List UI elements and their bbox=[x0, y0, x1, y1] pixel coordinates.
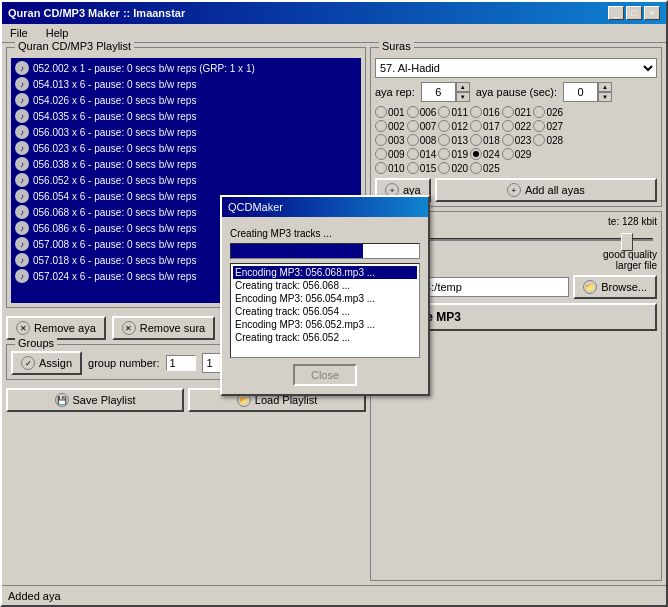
aya-rep-spinner: ▲ ▼ bbox=[421, 82, 470, 102]
aya-radio-018 bbox=[470, 134, 482, 146]
playlist-item-1[interactable]: ♪ 054.013 x 6 - pause: 0 secs b/w reps bbox=[13, 76, 359, 92]
aya-008[interactable]: 008 bbox=[407, 134, 437, 146]
playlist-icon-10: ♪ bbox=[15, 221, 29, 235]
playlist-icon-2: ♪ bbox=[15, 93, 29, 107]
menu-help[interactable]: Help bbox=[42, 26, 73, 40]
aya-022[interactable]: 022 bbox=[502, 120, 532, 132]
save-path-input[interactable] bbox=[419, 277, 569, 297]
aya-002[interactable]: 002 bbox=[375, 120, 405, 132]
playlist-item-3[interactable]: ♪ 054.035 x 6 - pause: 0 secs b/w reps bbox=[13, 108, 359, 124]
aya-row-5: 010 015 020 025 bbox=[375, 162, 657, 174]
aya-006[interactable]: 006 bbox=[407, 106, 437, 118]
playlist-label: Quran CD/MP3 Playlist bbox=[15, 40, 134, 52]
aya-014[interactable]: 014 bbox=[407, 148, 437, 160]
save-icon: 💾 bbox=[55, 393, 69, 407]
sura-dropdown[interactable]: 57. Al-Hadid bbox=[375, 58, 657, 78]
modal-button-row: Close bbox=[230, 364, 420, 386]
menu-file[interactable]: File bbox=[6, 26, 32, 40]
aya-010[interactable]: 010 bbox=[375, 162, 405, 174]
aya-rep-up[interactable]: ▲ bbox=[456, 82, 470, 92]
log-item-4: Encoding MP3: 056.052.mp3 ... bbox=[233, 318, 417, 331]
aya-radio-029 bbox=[502, 148, 514, 160]
aya-pause-input[interactable] bbox=[563, 82, 598, 102]
aya-017[interactable]: 017 bbox=[470, 120, 500, 132]
aya-pause-label: aya pause (sec): bbox=[476, 86, 557, 98]
aya-rep-down[interactable]: ▼ bbox=[456, 92, 470, 102]
aya-row-4: 009 014 019 024 029 bbox=[375, 148, 657, 160]
aya-018[interactable]: 018 bbox=[470, 134, 500, 146]
aya-settings-row: aya rep: ▲ ▼ aya pause (sec): ▲ ▼ bbox=[375, 82, 657, 102]
title-bar: Quran CD/MP3 Maker :: Imaanstar _ □ × bbox=[2, 2, 666, 24]
aya-row-3: 003 008 013 018 023 028 bbox=[375, 134, 657, 146]
aya-027[interactable]: 027 bbox=[533, 120, 563, 132]
progress-fill bbox=[231, 244, 363, 258]
aya-rep-label: aya rep: bbox=[375, 86, 415, 98]
playlist-icon-9: ♪ bbox=[15, 205, 29, 219]
aya-025[interactable]: 025 bbox=[470, 162, 500, 174]
aya-007[interactable]: 007 bbox=[407, 120, 437, 132]
log-item-1: Creating track: 056.068 ... bbox=[233, 279, 417, 292]
aya-013[interactable]: 013 bbox=[438, 134, 468, 146]
quality-labels-right: good quality larger file bbox=[603, 249, 657, 271]
progress-bar bbox=[230, 243, 420, 259]
assign-icon: ✓ bbox=[21, 356, 35, 370]
aya-009[interactable]: 009 bbox=[375, 148, 405, 160]
aya-003[interactable]: 003 bbox=[375, 134, 405, 146]
aya-radio-026 bbox=[533, 106, 545, 118]
aya-024[interactable]: 024 bbox=[470, 148, 500, 160]
playlist-icon-7: ♪ bbox=[15, 173, 29, 187]
suras-label: Suras bbox=[379, 40, 414, 52]
aya-radio-006 bbox=[407, 106, 419, 118]
aya-radio-024 bbox=[470, 148, 482, 160]
slider-thumb[interactable] bbox=[621, 233, 633, 251]
aya-pause-up[interactable]: ▲ bbox=[598, 82, 612, 92]
log-item-0: Encoding MP3: 056.068.mp3 ... bbox=[233, 266, 417, 279]
playlist-item-4[interactable]: ♪ 056.003 x 6 - pause: 0 secs b/w reps bbox=[13, 124, 359, 140]
save-playlist-button[interactable]: 💾 Save Playlist bbox=[6, 388, 184, 412]
aya-023[interactable]: 023 bbox=[502, 134, 532, 146]
aya-radio-025 bbox=[470, 162, 482, 174]
aya-026[interactable]: 026 bbox=[533, 106, 563, 118]
aya-radio-023 bbox=[502, 134, 514, 146]
aya-028[interactable]: 028 bbox=[533, 134, 563, 146]
playlist-item-7[interactable]: ♪ 056.052 x 6 - pause: 0 secs b/w reps bbox=[13, 172, 359, 188]
aya-row-1: 001 006 011 016 021 026 bbox=[375, 106, 657, 118]
aya-012[interactable]: 012 bbox=[438, 120, 468, 132]
browse-button[interactable]: 📁 Browse... bbox=[573, 275, 657, 299]
aya-rep-input[interactable] bbox=[421, 82, 456, 102]
aya-001[interactable]: 001 bbox=[375, 106, 405, 118]
aya-016[interactable]: 016 bbox=[470, 106, 500, 118]
modal-window: QCDMaker Creating MP3 tracks ... bbox=[220, 195, 430, 396]
modal-close-button[interactable]: Close bbox=[293, 364, 357, 386]
minimize-button[interactable]: _ bbox=[608, 6, 624, 20]
playlist-item-6[interactable]: ♪ 056.038 x 6 - pause: 0 secs b/w reps bbox=[13, 156, 359, 172]
log-list[interactable]: Encoding MP3: 056.068.mp3 ... Creating t… bbox=[230, 263, 420, 358]
aya-radio-022 bbox=[502, 120, 514, 132]
aya-grid: 001 006 011 016 021 026 002 007 012 017 … bbox=[375, 106, 657, 174]
aya-020[interactable]: 020 bbox=[438, 162, 468, 174]
aya-pause-down[interactable]: ▼ bbox=[598, 92, 612, 102]
log-item-5: Creating track: 056.052 ... bbox=[233, 331, 417, 344]
aya-radio-011 bbox=[438, 106, 450, 118]
group-number-input[interactable] bbox=[166, 355, 196, 371]
playlist-icon-5: ♪ bbox=[15, 141, 29, 155]
aya-radio-001 bbox=[375, 106, 387, 118]
playlist-item-5[interactable]: ♪ 056.023 x 6 - pause: 0 secs b/w reps bbox=[13, 140, 359, 156]
playlist-item-2[interactable]: ♪ 054.026 x 6 - pause: 0 secs b/w reps bbox=[13, 92, 359, 108]
aya-019[interactable]: 019 bbox=[438, 148, 468, 160]
aya-pause-spinner: ▲ ▼ bbox=[563, 82, 612, 102]
remove-sura-button[interactable]: ✕ Remove sura bbox=[112, 316, 215, 340]
status-bar: Added aya bbox=[2, 585, 666, 605]
close-button[interactable]: × bbox=[644, 6, 660, 20]
aya-radio-015 bbox=[407, 162, 419, 174]
playlist-icon-13: ♪ bbox=[15, 269, 29, 283]
aya-015[interactable]: 015 bbox=[407, 162, 437, 174]
aya-011[interactable]: 011 bbox=[438, 106, 468, 118]
aya-021[interactable]: 021 bbox=[502, 106, 532, 118]
maximize-button[interactable]: □ bbox=[626, 6, 642, 20]
add-all-ayas-button[interactable]: + Add all ayas bbox=[435, 178, 657, 202]
add-all-icon: + bbox=[507, 183, 521, 197]
playlist-item-0[interactable]: ♪ 052.002 x 1 - pause: 0 secs b/w reps (… bbox=[13, 60, 359, 76]
aya-029[interactable]: 029 bbox=[502, 148, 532, 160]
assign-button[interactable]: ✓ Assign bbox=[11, 351, 82, 375]
